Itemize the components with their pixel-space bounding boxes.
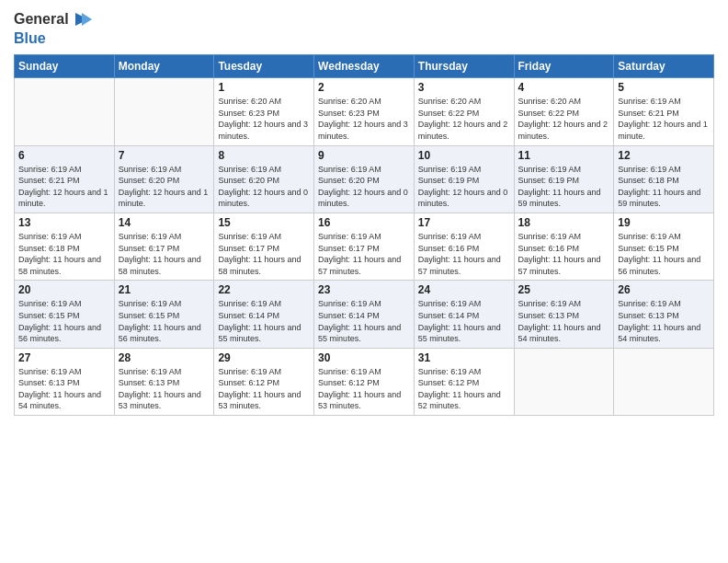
calendar-week-row: 1Sunrise: 6:20 AM Sunset: 6:23 PM Daylig… <box>15 78 714 145</box>
weekday-header: Thursday <box>414 55 514 78</box>
day-number: 27 <box>18 351 110 364</box>
day-number: 25 <box>518 283 610 296</box>
day-number: 6 <box>18 149 110 162</box>
day-number: 3 <box>418 81 510 94</box>
weekday-header: Monday <box>114 55 214 78</box>
calendar-table: SundayMondayTuesdayWednesdayThursdayFrid… <box>14 54 714 416</box>
calendar-cell: 14Sunrise: 6:19 AM Sunset: 6:17 PM Dayli… <box>114 213 214 280</box>
logo-blue: Blue <box>14 30 46 46</box>
calendar-week-row: 20Sunrise: 6:19 AM Sunset: 6:15 PM Dayli… <box>15 281 714 348</box>
calendar-cell: 8Sunrise: 6:19 AM Sunset: 6:20 PM Daylig… <box>214 145 314 213</box>
calendar-cell <box>514 348 614 415</box>
day-info: Sunrise: 6:19 AM Sunset: 6:20 PM Dayligh… <box>318 164 410 210</box>
day-info: Sunrise: 6:19 AM Sunset: 6:15 PM Dayligh… <box>18 298 110 344</box>
logo: GeneralBlue <box>14 9 92 47</box>
calendar-header-row: SundayMondayTuesdayWednesdayThursdayFrid… <box>15 55 714 78</box>
day-info: Sunrise: 6:19 AM Sunset: 6:18 PM Dayligh… <box>18 231 110 277</box>
calendar-cell: 26Sunrise: 6:19 AM Sunset: 6:13 PM Dayli… <box>614 281 714 348</box>
day-number: 12 <box>618 149 710 162</box>
day-info: Sunrise: 6:19 AM Sunset: 6:12 PM Dayligh… <box>418 366 510 412</box>
calendar-cell: 17Sunrise: 6:19 AM Sunset: 6:16 PM Dayli… <box>414 213 514 280</box>
day-info: Sunrise: 6:19 AM Sunset: 6:13 PM Dayligh… <box>119 366 210 412</box>
logo-icon <box>72 9 92 29</box>
day-number: 17 <box>418 216 510 229</box>
day-info: Sunrise: 6:19 AM Sunset: 6:13 PM Dayligh… <box>18 366 110 412</box>
day-number: 11 <box>518 149 610 162</box>
day-number: 9 <box>318 149 410 162</box>
day-info: Sunrise: 6:19 AM Sunset: 6:16 PM Dayligh… <box>418 231 510 277</box>
calendar-cell: 16Sunrise: 6:19 AM Sunset: 6:17 PM Dayli… <box>314 213 415 280</box>
day-number: 5 <box>618 81 710 94</box>
day-number: 16 <box>318 216 410 229</box>
day-info: Sunrise: 6:19 AM Sunset: 6:20 PM Dayligh… <box>218 164 310 210</box>
day-info: Sunrise: 6:19 AM Sunset: 6:15 PM Dayligh… <box>618 231 710 277</box>
calendar-cell: 23Sunrise: 6:19 AM Sunset: 6:14 PM Dayli… <box>314 281 415 348</box>
day-number: 13 <box>18 216 110 229</box>
day-number: 21 <box>119 283 210 296</box>
day-info: Sunrise: 6:19 AM Sunset: 6:21 PM Dayligh… <box>618 96 710 142</box>
calendar-cell: 21Sunrise: 6:19 AM Sunset: 6:15 PM Dayli… <box>114 281 214 348</box>
day-info: Sunrise: 6:20 AM Sunset: 6:23 PM Dayligh… <box>218 96 310 142</box>
day-info: Sunrise: 6:19 AM Sunset: 6:14 PM Dayligh… <box>318 298 410 344</box>
day-info: Sunrise: 6:20 AM Sunset: 6:22 PM Dayligh… <box>518 96 610 142</box>
day-number: 31 <box>418 351 510 364</box>
day-number: 4 <box>518 81 610 94</box>
day-info: Sunrise: 6:19 AM Sunset: 6:12 PM Dayligh… <box>218 366 310 412</box>
calendar-cell: 6Sunrise: 6:19 AM Sunset: 6:21 PM Daylig… <box>15 145 115 213</box>
logo-text: GeneralBlue <box>14 9 92 47</box>
day-info: Sunrise: 6:19 AM Sunset: 6:21 PM Dayligh… <box>18 164 110 210</box>
svg-marker-1 <box>82 13 92 26</box>
weekday-header: Sunday <box>15 55 115 78</box>
calendar-cell: 13Sunrise: 6:19 AM Sunset: 6:18 PM Dayli… <box>15 213 115 280</box>
day-number: 28 <box>119 351 210 364</box>
day-number: 29 <box>218 351 310 364</box>
day-info: Sunrise: 6:19 AM Sunset: 6:19 PM Dayligh… <box>418 164 510 210</box>
day-number: 24 <box>418 283 510 296</box>
day-number: 14 <box>119 216 210 229</box>
day-info: Sunrise: 6:20 AM Sunset: 6:22 PM Dayligh… <box>418 96 510 142</box>
calendar-cell: 30Sunrise: 6:19 AM Sunset: 6:12 PM Dayli… <box>314 348 415 415</box>
day-info: Sunrise: 6:19 AM Sunset: 6:13 PM Dayligh… <box>518 298 610 344</box>
day-info: Sunrise: 6:19 AM Sunset: 6:18 PM Dayligh… <box>618 164 710 210</box>
day-info: Sunrise: 6:19 AM Sunset: 6:17 PM Dayligh… <box>218 231 310 277</box>
weekday-header: Friday <box>514 55 614 78</box>
day-number: 19 <box>618 216 710 229</box>
calendar-cell: 12Sunrise: 6:19 AM Sunset: 6:18 PM Dayli… <box>614 145 714 213</box>
calendar-week-row: 6Sunrise: 6:19 AM Sunset: 6:21 PM Daylig… <box>15 145 714 213</box>
day-number: 22 <box>218 283 310 296</box>
weekday-header: Wednesday <box>314 55 415 78</box>
day-info: Sunrise: 6:19 AM Sunset: 6:19 PM Dayligh… <box>518 164 610 210</box>
calendar-cell: 15Sunrise: 6:19 AM Sunset: 6:17 PM Dayli… <box>214 213 314 280</box>
day-info: Sunrise: 6:19 AM Sunset: 6:12 PM Dayligh… <box>318 366 410 412</box>
day-number: 8 <box>218 149 310 162</box>
calendar-cell: 7Sunrise: 6:19 AM Sunset: 6:20 PM Daylig… <box>114 145 214 213</box>
weekday-header: Saturday <box>614 55 714 78</box>
calendar-cell <box>114 78 214 145</box>
calendar-cell: 1Sunrise: 6:20 AM Sunset: 6:23 PM Daylig… <box>214 78 314 145</box>
day-number: 23 <box>318 283 410 296</box>
calendar-cell: 28Sunrise: 6:19 AM Sunset: 6:13 PM Dayli… <box>114 348 214 415</box>
weekday-header: Tuesday <box>214 55 314 78</box>
calendar-cell: 29Sunrise: 6:19 AM Sunset: 6:12 PM Dayli… <box>214 348 314 415</box>
calendar-cell <box>614 348 714 415</box>
calendar-week-row: 13Sunrise: 6:19 AM Sunset: 6:18 PM Dayli… <box>15 213 714 280</box>
calendar-cell: 20Sunrise: 6:19 AM Sunset: 6:15 PM Dayli… <box>15 281 115 348</box>
day-number: 30 <box>318 351 410 364</box>
calendar-cell <box>15 78 115 145</box>
day-info: Sunrise: 6:20 AM Sunset: 6:23 PM Dayligh… <box>318 96 410 142</box>
day-number: 7 <box>119 149 210 162</box>
day-info: Sunrise: 6:19 AM Sunset: 6:17 PM Dayligh… <box>318 231 410 277</box>
calendar-cell: 18Sunrise: 6:19 AM Sunset: 6:16 PM Dayli… <box>514 213 614 280</box>
day-info: Sunrise: 6:19 AM Sunset: 6:14 PM Dayligh… <box>418 298 510 344</box>
day-number: 1 <box>218 81 310 94</box>
header: GeneralBlue <box>14 9 714 47</box>
calendar-cell: 27Sunrise: 6:19 AM Sunset: 6:13 PM Dayli… <box>15 348 115 415</box>
calendar-cell: 9Sunrise: 6:19 AM Sunset: 6:20 PM Daylig… <box>314 145 415 213</box>
day-number: 2 <box>318 81 410 94</box>
day-number: 18 <box>518 216 610 229</box>
calendar-cell: 10Sunrise: 6:19 AM Sunset: 6:19 PM Dayli… <box>414 145 514 213</box>
day-number: 26 <box>618 283 710 296</box>
day-info: Sunrise: 6:19 AM Sunset: 6:20 PM Dayligh… <box>119 164 210 210</box>
calendar-cell: 5Sunrise: 6:19 AM Sunset: 6:21 PM Daylig… <box>614 78 714 145</box>
day-info: Sunrise: 6:19 AM Sunset: 6:13 PM Dayligh… <box>618 298 710 344</box>
